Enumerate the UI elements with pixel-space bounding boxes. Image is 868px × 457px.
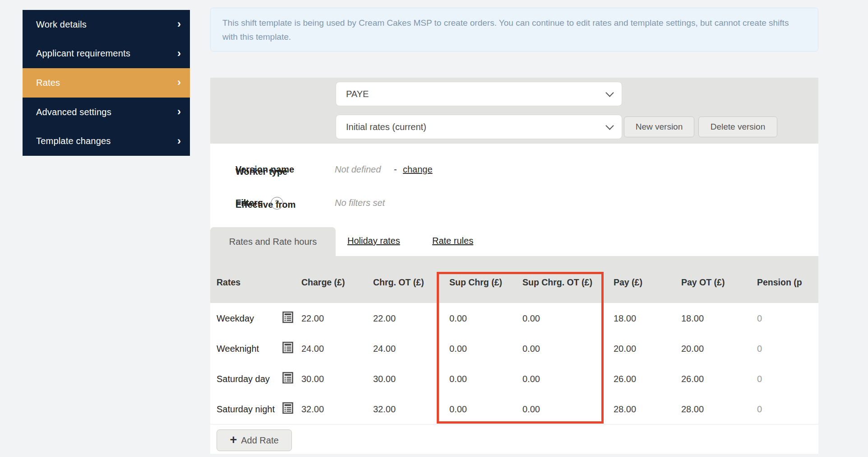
cell-sup-chrg: 0.00 bbox=[449, 404, 467, 414]
help-icon[interactable]: ? bbox=[271, 197, 283, 210]
cell-sup-chrg-ot: 0.00 bbox=[522, 373, 540, 384]
cell-pension: 0 bbox=[757, 313, 762, 323]
worker-type-value: PAYE bbox=[346, 89, 369, 99]
chevron-right-icon: › bbox=[177, 106, 181, 117]
cell-charge: 24.00 bbox=[301, 343, 324, 354]
version-name-label: Version name bbox=[235, 164, 294, 175]
column-header-charge: Charge (£) bbox=[301, 277, 345, 288]
effective-from-select[interactable]: Initial rates (current) bbox=[336, 115, 622, 139]
chevron-down-icon bbox=[605, 89, 614, 97]
cell-pay-ot: 20.00 bbox=[681, 343, 704, 354]
cell-pay: 18.00 bbox=[614, 313, 636, 323]
column-header-sup-chrg-ot: Sup Chrg. OT (£) bbox=[522, 277, 592, 288]
version-name-change-link[interactable]: change bbox=[403, 164, 433, 175]
rate-hours-icon[interactable] bbox=[282, 372, 293, 386]
cell-chrg-ot: 32.00 bbox=[373, 404, 396, 414]
sidebar-item-label: Template changes bbox=[23, 136, 111, 146]
cell-sup-chrg: 0.00 bbox=[449, 313, 467, 323]
table-footer: + Add Rate bbox=[210, 424, 818, 454]
table-row: Saturday night 32.00 32.00 0.00 0.00 28.… bbox=[210, 394, 818, 424]
sidebar-item-label: Rates bbox=[23, 78, 60, 88]
rate-name: Saturday night bbox=[217, 404, 275, 414]
chevron-right-icon: › bbox=[177, 77, 181, 88]
cell-sup-chrg-ot: 0.00 bbox=[522, 313, 540, 323]
tab-rates-and-rate-hours[interactable]: Rates and Rate hours bbox=[210, 227, 336, 256]
sidebar: Work details › Applicant requirements › … bbox=[23, 10, 190, 156]
tab-holiday-rates[interactable]: Holiday rates bbox=[347, 236, 400, 246]
column-header-pay: Pay (£) bbox=[614, 277, 642, 288]
filters-label: Filters bbox=[235, 198, 263, 208]
cell-charge: 32.00 bbox=[301, 404, 324, 414]
cell-pay: 26.00 bbox=[614, 373, 636, 384]
rate-hours-icon[interactable] bbox=[282, 341, 293, 355]
rate-name: Saturday day bbox=[217, 373, 270, 384]
add-rate-button[interactable]: + Add Rate bbox=[217, 429, 292, 451]
cell-sup-chrg: 0.00 bbox=[449, 343, 467, 354]
table-row: Weeknight 24.00 24.00 0.00 0.00 20.00 20… bbox=[210, 333, 818, 364]
new-version-button[interactable]: New version bbox=[624, 117, 694, 137]
sidebar-item-rates[interactable]: Rates › bbox=[23, 68, 190, 98]
rates-table-header: Rates Charge (£) Chrg. OT (£) Sup Chrg (… bbox=[210, 256, 818, 303]
sidebar-item-applicant-requirements[interactable]: Applicant requirements › bbox=[23, 39, 190, 69]
column-header-pay-ot: Pay OT (£) bbox=[681, 277, 725, 288]
cell-pay: 28.00 bbox=[614, 404, 636, 414]
sidebar-item-label: Advanced settings bbox=[23, 107, 111, 117]
column-header-chrg-ot: Chrg. OT (£) bbox=[373, 277, 424, 288]
cell-sup-chrg: 0.00 bbox=[449, 373, 467, 384]
cell-pay-ot: 26.00 bbox=[681, 373, 704, 384]
rate-name: Weekday bbox=[217, 313, 254, 323]
rate-hours-icon[interactable] bbox=[282, 311, 293, 325]
cell-pay: 20.00 bbox=[614, 343, 636, 354]
chevron-down-icon bbox=[605, 121, 614, 130]
sidebar-item-work-details[interactable]: Work details › bbox=[23, 10, 190, 39]
cell-pay-ot: 28.00 bbox=[681, 404, 704, 414]
version-name-value: Not defined bbox=[335, 164, 381, 175]
delete-version-button[interactable]: Delete version bbox=[698, 117, 777, 137]
rates-tabs: Rates and Rate hours Holiday rates Rate … bbox=[210, 227, 818, 256]
tab-rate-rules[interactable]: Rate rules bbox=[432, 236, 473, 246]
alert-text: This shift template is being used by Cre… bbox=[222, 18, 789, 42]
cell-chrg-ot: 22.00 bbox=[373, 313, 396, 323]
cell-pay-ot: 18.00 bbox=[681, 313, 704, 323]
sidebar-item-label: Work details bbox=[23, 19, 87, 30]
sidebar-item-template-changes[interactable]: Template changes › bbox=[23, 126, 190, 156]
chevron-right-icon: › bbox=[177, 135, 181, 146]
table-row: Saturday day 30.00 30.00 0.00 0.00 26.00… bbox=[210, 364, 818, 394]
column-header-rates: Rates bbox=[217, 277, 240, 288]
chevron-right-icon: › bbox=[177, 19, 181, 29]
cell-sup-chrg-ot: 0.00 bbox=[522, 404, 540, 414]
cell-pension: 0 bbox=[757, 373, 762, 384]
add-rate-label: Add Rate bbox=[241, 435, 278, 446]
chevron-right-icon: › bbox=[177, 48, 181, 59]
cell-pension: 0 bbox=[757, 404, 762, 414]
worker-type-select[interactable]: PAYE bbox=[336, 82, 622, 106]
cell-charge: 22.00 bbox=[301, 313, 324, 323]
rates-version-section: Worker type PAYE Effective from Initial … bbox=[210, 78, 818, 144]
sidebar-item-advanced-settings[interactable]: Advanced settings › bbox=[23, 98, 190, 127]
effective-from-value: Initial rates (current) bbox=[346, 122, 426, 132]
cell-pension: 0 bbox=[757, 343, 762, 354]
page: Work details › Applicant requirements › … bbox=[0, 0, 868, 457]
sidebar-item-label: Applicant requirements bbox=[23, 48, 130, 59]
table-row: Weekday 22.00 22.00 0.00 0.00 18.00 18.0… bbox=[210, 303, 818, 333]
cell-chrg-ot: 24.00 bbox=[373, 343, 396, 354]
cell-sup-chrg-ot: 0.00 bbox=[522, 343, 540, 354]
template-in-use-alert: This shift template is being used by Cre… bbox=[210, 8, 818, 51]
cell-charge: 30.00 bbox=[301, 373, 324, 384]
cell-chrg-ot: 30.00 bbox=[373, 373, 396, 384]
rate-name: Weeknight bbox=[217, 343, 259, 354]
rate-hours-icon[interactable] bbox=[282, 402, 293, 416]
column-header-sup-chrg: Sup Chrg (£) bbox=[449, 277, 502, 288]
version-name-separator: - bbox=[394, 164, 397, 175]
column-header-pension: Pension (p bbox=[757, 277, 802, 288]
filters-value: No filters set bbox=[335, 198, 385, 208]
